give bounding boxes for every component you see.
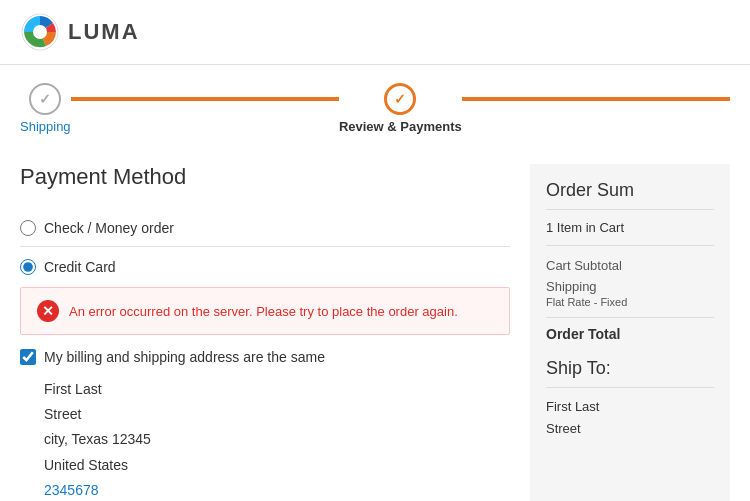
billing-address-block: First Last Street city, Texas 12345 Unit… (20, 377, 510, 501)
svg-point-1 (33, 25, 47, 39)
luma-logo-icon (20, 12, 60, 52)
order-total-label: Order Total (546, 326, 620, 342)
ship-to-street: Street (546, 418, 714, 440)
billing-same-label[interactable]: My billing and shipping address are the … (44, 349, 325, 365)
address-name: First Last (44, 377, 510, 402)
left-panel: Payment Method Check / Money order Credi… (20, 164, 510, 501)
payment-option-check[interactable]: Check / Money order (20, 210, 510, 247)
check-money-radio[interactable] (20, 220, 36, 236)
order-items-count: 1 Item in Cart (546, 220, 714, 246)
address-phone[interactable]: 2345678 (44, 482, 99, 498)
address-country: United States (44, 453, 510, 478)
step-shipping-circle: ✓ (29, 83, 61, 115)
checkout-progress: ✓ Shipping ✓ Review & Payments (0, 65, 750, 144)
error-message: An error occurred on the server. Please … (69, 304, 458, 319)
order-total-row: Order Total (546, 317, 714, 342)
ship-to-name: First Last (546, 396, 714, 418)
shipping-row: Shipping Flat Rate - Fixed (546, 279, 714, 309)
error-box: ✕ An error occurred on the server. Pleas… (20, 287, 510, 335)
billing-same-checkbox[interactable] (20, 349, 36, 365)
address-city: city, Texas 12345 (44, 427, 510, 452)
main-content: Payment Method Check / Money order Credi… (0, 144, 750, 501)
cart-subtotal-label: Cart Subtotal (546, 258, 622, 273)
progress-line-after (462, 97, 730, 101)
shipping-method: Flat Rate - Fixed (546, 296, 627, 308)
progress-line-completed (71, 97, 339, 101)
step-review-circle: ✓ (384, 83, 416, 115)
header: LUMA (0, 0, 750, 65)
logo-text: LUMA (68, 19, 140, 45)
ship-to-address: First Last Street (546, 396, 714, 440)
credit-card-radio[interactable] (20, 259, 36, 275)
logo: LUMA (20, 12, 140, 52)
ship-to-title: Ship To: (546, 358, 714, 388)
payment-method-title: Payment Method (20, 164, 510, 190)
credit-card-section: Credit Card ✕ An error occurred on the s… (20, 247, 510, 501)
shipping-label: Shipping Flat Rate - Fixed (546, 279, 627, 309)
order-summary-panel: Order Sum 1 Item in Cart Cart Subtotal S… (530, 164, 730, 501)
address-street: Street (44, 402, 510, 427)
check-money-label[interactable]: Check / Money order (44, 220, 174, 236)
step-shipping: ✓ Shipping (20, 83, 71, 134)
step-shipping-label[interactable]: Shipping (20, 119, 71, 134)
step-review-label: Review & Payments (339, 119, 462, 134)
credit-card-option[interactable]: Credit Card (20, 259, 510, 275)
error-icon: ✕ (37, 300, 59, 322)
credit-card-label[interactable]: Credit Card (44, 259, 116, 275)
order-summary-title: Order Sum (546, 180, 714, 210)
cart-subtotal-row: Cart Subtotal (546, 258, 714, 273)
billing-same-checkbox-row[interactable]: My billing and shipping address are the … (20, 349, 510, 365)
step-review-payments: ✓ Review & Payments (339, 83, 462, 134)
